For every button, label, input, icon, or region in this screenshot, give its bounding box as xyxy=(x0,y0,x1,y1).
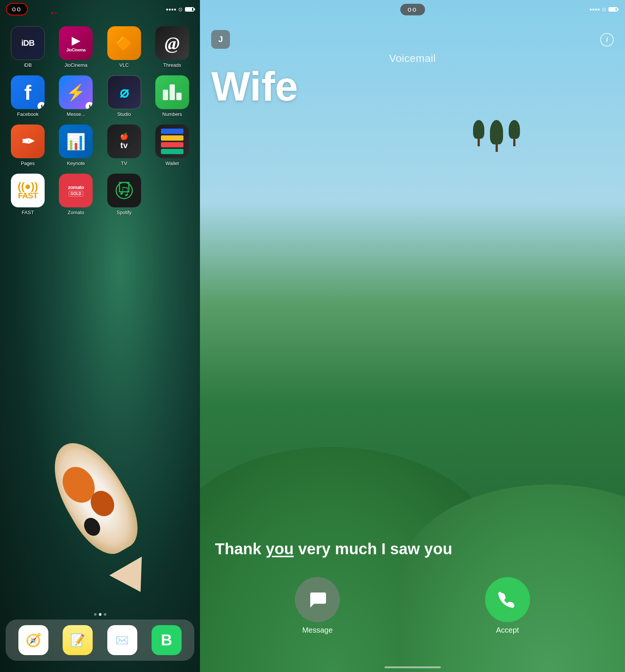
app-item-spotify[interactable]: ♫ Spotify xyxy=(104,174,144,215)
message-button[interactable] xyxy=(295,577,340,622)
numbers-bar xyxy=(170,84,175,100)
status-icons: ⊙ xyxy=(166,6,194,12)
wallet-strip-red xyxy=(161,142,183,147)
signal-dot xyxy=(174,9,176,10)
contact-initial: J xyxy=(211,30,230,49)
wallet-strip-yellow xyxy=(161,135,183,141)
app-item-idb[interactable]: iDB iDB xyxy=(8,26,48,68)
facebook-f-icon: f xyxy=(24,80,32,105)
app-grid: iDB iDB ▶ JioCinema JioCinema 🔶 VLC @ Th… xyxy=(8,26,192,215)
dock-notes[interactable]: 📝 xyxy=(63,625,93,655)
accept-button-container: Accept xyxy=(485,577,530,634)
facebook-icon: f ⬇ xyxy=(11,75,45,109)
spotify-icon: ♫ xyxy=(107,174,141,207)
app-item-numbers[interactable]: Numbers xyxy=(152,75,192,117)
download-badge-facebook: ⬇ xyxy=(38,102,45,109)
keynote-chart-icon: 📊 xyxy=(66,132,86,151)
signal-dot xyxy=(592,9,594,10)
app-label-idb: iDB xyxy=(24,62,32,68)
app-label-threads: Threads xyxy=(163,62,181,68)
page-dots xyxy=(94,613,106,616)
left-phone-screen: ⊙ oo ← iDB iDB ▶ JioCinema JioCinema 🔶 xyxy=(0,0,200,672)
fast-arc-icon: ((●)) xyxy=(18,181,38,192)
dock-whatsapp-business[interactable]: B xyxy=(152,625,182,655)
spotify-logo: ♫ xyxy=(118,182,130,200)
tv-icon: 🍎 tv xyxy=(107,124,141,158)
notes-paper-icon: 📝 xyxy=(70,633,85,647)
signal-dot xyxy=(598,9,599,10)
app-label-pages: Pages xyxy=(21,160,35,166)
app-label-wallet: Wallet xyxy=(165,160,179,166)
app-label-zomato: Zomato xyxy=(68,210,84,215)
action-buttons: Message Accept xyxy=(200,577,625,634)
app-item-jiocinema[interactable]: ▶ JioCinema JioCinema xyxy=(56,26,96,68)
app-label-facebook: Facebook xyxy=(17,111,39,117)
jiocinema-text: JioCinema xyxy=(66,48,86,52)
signal-dot xyxy=(171,9,173,10)
numbers-icon xyxy=(155,75,189,109)
app-item-messenger[interactable]: ⚡ ⬇ Messe... xyxy=(56,75,96,117)
app-item-pages[interactable]: ✒ Pages xyxy=(8,124,48,166)
numbers-bars-icon xyxy=(163,84,182,100)
tv-text: tv xyxy=(120,141,128,150)
tree-top-tall xyxy=(490,120,503,144)
keynote-icon: 📊 xyxy=(59,124,93,158)
red-arrow-indicator: ← xyxy=(49,7,59,19)
threads-icon: @ xyxy=(155,26,189,60)
app-item-keynote[interactable]: 📊 Keynote xyxy=(56,124,96,166)
pages-icon: ✒ xyxy=(11,124,45,158)
app-item-zomato[interactable]: zomato GOLD Zomato xyxy=(56,174,96,215)
app-label-fast: FAST xyxy=(22,210,34,215)
status-icons-right: ⊙ xyxy=(590,6,617,12)
message-button-container: Message xyxy=(295,577,340,634)
tree-trunk xyxy=(513,139,515,146)
zomato-logo-text: zomato xyxy=(68,184,84,190)
gmail-letter-icon: ✉️ xyxy=(116,634,129,646)
koi-patch xyxy=(81,515,103,538)
app-item-vlc[interactable]: 🔶 VLC xyxy=(104,26,144,68)
pages-pencil-icon: ✒ xyxy=(21,132,35,151)
transcript-underlined-word: you xyxy=(266,540,294,558)
app-item-studio[interactable]: ⌀ Studio xyxy=(104,75,144,117)
tree-top xyxy=(509,120,520,139)
app-label-jiocinema: JioCinema xyxy=(65,62,87,68)
notes-icon: 📝 xyxy=(63,625,93,655)
app-label-numbers: Numbers xyxy=(162,111,182,117)
signal-icon xyxy=(166,9,176,10)
signal-dot xyxy=(166,9,168,10)
right-phone-screen: ⊙ oo J i Voicemail Wife Thank you very m… xyxy=(200,0,625,672)
page-dot-2 xyxy=(99,613,101,616)
vlc-cone-icon: 🔶 xyxy=(115,35,133,51)
voicemail-badge-left[interactable]: oo xyxy=(6,3,28,15)
accept-button[interactable] xyxy=(485,577,530,622)
download-badge-messenger: ⬇ xyxy=(86,102,93,109)
contact-name: Wife xyxy=(211,66,614,107)
battery-icon xyxy=(185,7,194,12)
contact-initial-letter: J xyxy=(218,34,223,44)
app-label-studio: Studio xyxy=(117,111,131,117)
home-indicator xyxy=(385,666,441,668)
battery-fill-right xyxy=(609,8,616,11)
tree-1 xyxy=(473,120,484,152)
message-icon xyxy=(307,590,328,610)
gmail-icon: ✉️ xyxy=(107,625,137,655)
app-item-wallet[interactable]: Wallet xyxy=(152,124,192,166)
info-button[interactable]: i xyxy=(600,33,614,46)
tree-3 xyxy=(509,120,520,152)
dock-safari[interactable]: 🧭 xyxy=(18,625,48,655)
tree-trunk xyxy=(496,144,498,152)
app-label-vlc: VLC xyxy=(119,62,129,68)
zomato-gold-badge: GOLD xyxy=(69,191,83,196)
trees-decoration xyxy=(473,120,520,152)
wallet-strip-green xyxy=(161,149,183,154)
voicemail-text: Voicemail xyxy=(389,52,436,64)
safari-icon: 🧭 xyxy=(18,625,48,655)
app-item-fast[interactable]: ((●)) FAST FAST xyxy=(8,174,48,215)
dock: 🧭 📝 ✉️ B xyxy=(6,620,194,661)
signal-dot xyxy=(590,9,592,10)
app-item-facebook[interactable]: f ⬇ Facebook xyxy=(8,75,48,117)
app-item-tv[interactable]: 🍎 tv TV xyxy=(104,124,144,166)
app-item-threads[interactable]: @ Threads xyxy=(152,26,192,68)
page-dot-3 xyxy=(104,613,106,616)
dock-gmail[interactable]: ✉️ xyxy=(107,625,137,655)
